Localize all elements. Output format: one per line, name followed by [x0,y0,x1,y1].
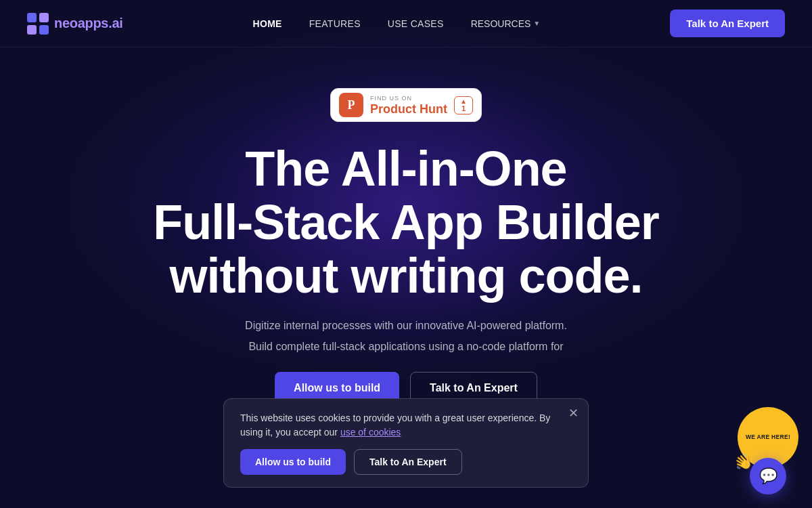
hero-section: P FIND US ON Product Hunt ▲ 1 The All-in… [0,47,812,404]
product-hunt-text: FIND US ON Product Hunt [370,96,447,115]
cookie-talk-button[interactable]: Talk to An Expert [354,449,462,475]
logo-icon [27,13,49,35]
navbar: neoapps.ai HOME FEATURES USE CASES RESOU… [0,0,812,47]
nav-links: HOME FEATURES USE CASES RESOURCES ▼ [253,18,541,29]
svg-rect-0 [27,13,37,22]
upvote-count: 1 [461,105,466,112]
logo-text: neoapps.ai [54,16,123,31]
we-are-here-text: We Are Here! [742,429,794,445]
svg-rect-1 [39,13,49,22]
nav-use-cases[interactable]: USE CASES [388,18,444,29]
hero-subtitle-1: Digitize internal processes with our inn… [245,317,567,335]
product-hunt-find-text: FIND US ON [370,96,412,102]
cookie-banner: ✕ This website uses cookies to provide y… [223,398,589,488]
cookie-close-button[interactable]: ✕ [568,407,579,419]
product-hunt-badge[interactable]: P FIND US ON Product Hunt ▲ 1 [330,88,482,122]
logo[interactable]: neoapps.ai [27,13,123,35]
product-hunt-upvote[interactable]: ▲ 1 [454,96,473,114]
svg-rect-3 [39,25,49,35]
cookie-link[interactable]: use of cookies [340,427,401,438]
chat-bubble-button[interactable]: 💬 [750,458,786,494]
hero-title: The All-in-One Full-Stack App Builder wi… [153,142,658,303]
chat-widget: We Are Here! 👋 💬 [738,407,798,494]
nav-home[interactable]: HOME [253,18,282,29]
product-hunt-name: Product Hunt [370,103,447,115]
upvote-arrow-icon: ▲ [460,98,467,105]
product-hunt-logo: P [339,93,363,117]
chat-message-icon: 💬 [759,467,777,485]
nav-features[interactable]: FEATURES [309,18,361,29]
cookie-text: This website uses cookies to provide you… [240,411,572,440]
svg-rect-2 [27,25,37,35]
cookie-allow-button[interactable]: Allow us to build [240,449,346,475]
cookie-actions: Allow us to build Talk to An Expert [240,449,572,475]
talk-expert-button[interactable]: Talk to An Expert [670,9,785,37]
hero-subtitle-2: Build complete full-stack applications u… [248,338,563,356]
chevron-down-icon: ▼ [533,20,540,27]
nav-resources[interactable]: RESOURCES ▼ [471,18,541,29]
